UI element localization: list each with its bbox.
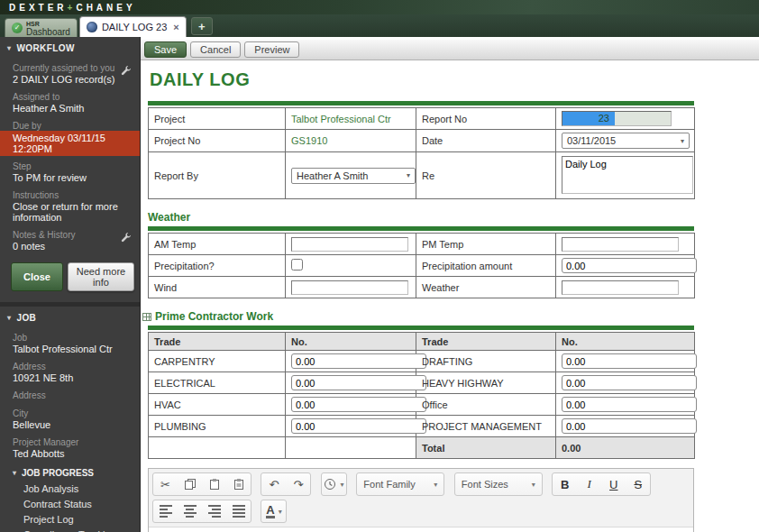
table-row: AM Temp PM Temp bbox=[149, 234, 695, 255]
logo-plus-icon: + bbox=[68, 3, 77, 13]
tab-close-icon[interactable]: × bbox=[173, 22, 178, 32]
pcw-section-title: Prime Contractor Work bbox=[155, 310, 273, 323]
workflow-section-header[interactable]: ▾ WORKFLOW bbox=[0, 37, 140, 58]
tab-daily-log-label: DAILY LOG 23 bbox=[102, 22, 167, 32]
trade-name: DRAFTING bbox=[416, 351, 556, 372]
table-row: Project No GS1910 Date 03/11/2015 ▾ bbox=[149, 130, 695, 152]
save-button[interactable]: Save bbox=[144, 41, 187, 58]
font-family-dropdown[interactable]: Font Family ▾ bbox=[357, 473, 444, 495]
job-field-label: City bbox=[0, 403, 140, 418]
sidebar-item-project-log[interactable]: Project Log bbox=[0, 512, 140, 527]
trade-count-input[interactable] bbox=[291, 397, 426, 412]
pm-temp-input[interactable] bbox=[562, 237, 679, 252]
sidebar-item-contract-status[interactable]: Contract Status bbox=[0, 497, 140, 512]
no-column-header: No. bbox=[556, 333, 695, 351]
no-column-header: No. bbox=[286, 333, 416, 351]
date-dropdown[interactable]: 03/11/2015 ▾ bbox=[562, 133, 690, 149]
align-justify-icon[interactable] bbox=[226, 500, 251, 522]
font-sizes-dropdown[interactable]: Font Sizes ▾ bbox=[455, 473, 542, 495]
total-value: 0.00 bbox=[556, 437, 695, 459]
copy-icon[interactable] bbox=[178, 473, 202, 495]
bold-button[interactable]: B bbox=[553, 473, 577, 495]
precipitation-label: Precipitation? bbox=[149, 255, 286, 277]
align-center-icon[interactable] bbox=[178, 500, 202, 522]
job-progress-header[interactable]: ▾ JOB PROGRESS bbox=[0, 461, 140, 482]
trade-count-input[interactable] bbox=[291, 418, 426, 434]
job-title: JOB bbox=[16, 313, 36, 323]
grid-table-icon bbox=[142, 313, 151, 321]
restore-draft-icon[interactable]: ▾ bbox=[322, 473, 346, 495]
trade-count-input[interactable] bbox=[562, 375, 697, 390]
trade-name: CARPENTRY bbox=[149, 351, 286, 372]
cut-icon[interactable]: ✂ bbox=[153, 473, 178, 495]
table-row: Project Talbot Professional Ctr Report N… bbox=[149, 108, 695, 130]
instructions-value: Close or return for more information bbox=[0, 200, 140, 225]
weather-table: AM Temp PM Temp Precipitation? Precipita… bbox=[148, 233, 695, 298]
editor-toolbar: ✂ ↶ ↷ ▾ Font Family bbox=[149, 469, 693, 527]
am-temp-input[interactable] bbox=[291, 237, 408, 252]
tab-dashboard[interactable]: ✓ HSR Dashboard bbox=[5, 18, 78, 37]
preview-button[interactable]: Preview bbox=[244, 41, 299, 58]
job-progress-title: JOB PROGRESS bbox=[22, 468, 94, 478]
text-color-button[interactable]: A▾ bbox=[261, 500, 286, 522]
cancel-button[interactable]: Cancel bbox=[190, 41, 241, 58]
redo-icon[interactable]: ↷ bbox=[286, 473, 310, 495]
sidebar-item-compliance-tracking[interactable]: Compliance Tracking bbox=[0, 527, 140, 532]
weather-section-header: Weather bbox=[148, 211, 759, 224]
re-textarea[interactable]: Daily Log bbox=[562, 156, 693, 194]
close-button[interactable]: Close bbox=[11, 262, 63, 291]
job-section-header[interactable]: ▾ JOB bbox=[0, 307, 140, 327]
workflow-panel: ▾ WORKFLOW Currently assigned to you 2 D… bbox=[0, 37, 140, 302]
job-field-label: Job bbox=[0, 327, 140, 343]
trade-name: Office bbox=[416, 394, 556, 416]
assigned-value: 2 DAILY LOG record(s) bbox=[0, 73, 140, 87]
italic-button[interactable]: I bbox=[577, 473, 601, 495]
wind-label: Wind bbox=[149, 277, 286, 298]
trade-count-input[interactable] bbox=[291, 375, 426, 390]
trade-count-input[interactable] bbox=[291, 353, 426, 369]
notes-history-label-text: Notes & History bbox=[13, 230, 75, 240]
align-right-icon[interactable] bbox=[202, 500, 226, 522]
report-no-label: Report No bbox=[416, 108, 556, 130]
job-field-value: Ted Abbotts bbox=[0, 447, 140, 461]
report-no-field[interactable]: 23 bbox=[562, 111, 672, 126]
tab-dashboard-line2: Dashboard bbox=[26, 28, 70, 36]
strikethrough-button[interactable]: S bbox=[626, 473, 650, 495]
sidebar-item-job-analysis[interactable]: Job Analysis bbox=[0, 482, 140, 497]
editor-content[interactable]: What did I do today. bbox=[149, 527, 693, 532]
need-more-info-button[interactable]: Need more info bbox=[68, 262, 134, 291]
job-field-value: Talbot Professional Ctr bbox=[0, 343, 140, 356]
wrench-icon[interactable] bbox=[120, 65, 133, 78]
logo-left: DEXTER bbox=[9, 3, 68, 13]
section-divider bbox=[148, 101, 694, 105]
pcw-table: Trade No. Trade No. CARPENTRY DRAFTING E… bbox=[148, 332, 695, 459]
underline-button[interactable]: U bbox=[601, 473, 626, 495]
trade-name: HVAC bbox=[149, 394, 286, 416]
align-left-icon[interactable] bbox=[153, 500, 178, 522]
tab-daily-log[interactable]: DAILY LOG 23 × bbox=[79, 16, 187, 37]
job-field-label: Project Manager bbox=[0, 432, 140, 447]
new-tab-button[interactable]: + bbox=[191, 17, 213, 35]
daily-log-info-table: Project Talbot Professional Ctr Report N… bbox=[148, 107, 695, 199]
report-by-dropdown[interactable]: Heather A Smith ▾ bbox=[291, 168, 416, 184]
chevron-down-icon: ▾ bbox=[532, 481, 535, 489]
brand-bar: DEXTER+CHANEY bbox=[0, 0, 759, 14]
weather-input[interactable] bbox=[562, 280, 679, 295]
job-field-label: Address bbox=[0, 385, 140, 400]
precip-amount-input[interactable] bbox=[562, 258, 697, 273]
undo-icon[interactable]: ↶ bbox=[261, 473, 286, 495]
chevron-down-icon: ▾ bbox=[7, 314, 11, 322]
trade-count-input[interactable] bbox=[562, 353, 697, 369]
precipitation-checkbox[interactable] bbox=[291, 259, 303, 271]
paste-icon[interactable] bbox=[202, 473, 226, 495]
paste-as-text-icon[interactable] bbox=[226, 473, 251, 495]
chevron-down-icon: ▾ bbox=[407, 171, 410, 179]
total-row: Total 0.00 bbox=[149, 437, 695, 459]
wind-input[interactable] bbox=[291, 280, 408, 295]
pm-temp-label: PM Temp bbox=[416, 234, 556, 255]
text-color-letter: A bbox=[266, 504, 274, 518]
project-label: Project bbox=[149, 108, 286, 130]
trade-count-input[interactable] bbox=[562, 397, 697, 412]
wrench-icon[interactable] bbox=[120, 232, 133, 244]
trade-count-input[interactable] bbox=[562, 418, 697, 434]
